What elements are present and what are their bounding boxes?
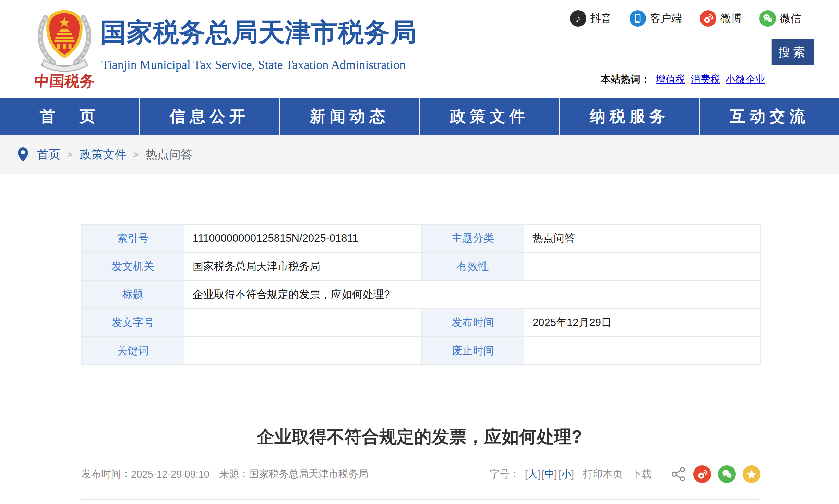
main-nav: 首 页 信息公开 新闻动态 政策文件 纳税服务 互动交流 xyxy=(0,98,839,135)
nav-item-home[interactable]: 首 页 xyxy=(0,98,140,135)
nav-item-news[interactable]: 新闻动态 xyxy=(280,98,420,135)
breadcrumb-band: 首页 > 政策文件 > 热点问答 xyxy=(0,135,839,174)
site-header: 中国税务 国家税务总局天津市税务局 Tianjin Municipal Tax … xyxy=(0,0,839,98)
document-info-table: 索引号 11100000000125815N/2025-01811 主题分类 热… xyxy=(81,224,761,365)
field-label-validity: 有效性 xyxy=(422,252,524,280)
table-row: 发文机关 国家税务总局天津市税务局 有效性 xyxy=(82,252,761,280)
nav-item-tax-services[interactable]: 纳税服务 xyxy=(560,98,700,135)
weibo-icon xyxy=(700,10,716,27)
site-title: 国家税务总局天津市税务局 xyxy=(100,15,417,50)
field-value-issuing-agency: 国家税务总局天津市税务局 xyxy=(184,252,422,280)
bracket: ] xyxy=(554,469,557,480)
share-icon[interactable] xyxy=(671,466,686,482)
article-meta-right: 字号： [大] [中] [小] 打印本页 下载 xyxy=(490,465,760,483)
fontsize-label: 字号： xyxy=(490,467,519,481)
social-link-client[interactable]: 客户端 xyxy=(630,10,682,27)
source-value: 国家税务总局天津市税务局 xyxy=(249,467,368,481)
article-title: 企业取得不符合规定的发票，应如何处理? xyxy=(0,425,839,449)
nav-item-policy-documents[interactable]: 政策文件 xyxy=(420,98,560,135)
publish-time-label: 发布时间： xyxy=(81,467,131,481)
search-input[interactable] xyxy=(566,39,772,65)
share-icons-row xyxy=(671,465,760,483)
breadcrumb-current: 热点问答 xyxy=(146,147,192,163)
field-label-index-number: 索引号 xyxy=(82,224,184,252)
nav-item-interaction[interactable]: 互动交流 xyxy=(700,98,839,135)
hotword-link-vat[interactable]: 增值税 xyxy=(656,73,685,86)
table-row: 关键词 废止时间 xyxy=(82,337,761,365)
field-value-index-number: 11100000000125815N/2025-01811 xyxy=(184,224,422,252)
china-tax-emblem-logo xyxy=(34,6,95,73)
social-label: 微信 xyxy=(780,11,801,26)
douyin-icon: ♪ xyxy=(570,10,586,27)
search-button[interactable]: 搜索 xyxy=(772,39,814,65)
fontsize-medium-button[interactable]: [中] xyxy=(542,467,557,481)
field-label-keywords: 关键词 xyxy=(82,337,184,365)
field-value-title: 企业取得不符合规定的发票，应如何处理? xyxy=(184,280,761,309)
wechat-icon xyxy=(759,10,776,27)
social-link-wechat[interactable]: 微信 xyxy=(759,10,801,27)
nav-item-info-disclosure[interactable]: 信息公开 xyxy=(140,98,280,135)
social-label: 客户端 xyxy=(650,11,682,26)
bracket: [ xyxy=(542,469,544,480)
fontsize-large-label[interactable]: 大 xyxy=(528,467,538,481)
hotword-link-consumption-tax[interactable]: 消费税 xyxy=(691,73,720,86)
fontsize-large-button[interactable]: [大] xyxy=(525,467,540,481)
bracket: ] xyxy=(571,469,574,480)
breadcrumb: 首页 > 政策文件 > 热点问答 xyxy=(18,147,192,163)
publish-time-value: 2025-12-29 09:10 xyxy=(131,469,209,480)
hotword-link-small-business[interactable]: 小微企业 xyxy=(726,73,765,86)
breadcrumb-home[interactable]: 首页 xyxy=(37,147,60,163)
share-weibo-icon[interactable] xyxy=(693,465,711,483)
social-label: 抖音 xyxy=(590,11,612,26)
field-value-document-number xyxy=(184,309,422,337)
source-label: 来源： xyxy=(219,467,249,481)
field-label-title: 标题 xyxy=(82,280,184,309)
field-value-validity xyxy=(524,252,761,280)
field-value-keywords xyxy=(184,337,422,365)
app-client-icon xyxy=(630,10,646,27)
field-value-repeal-date xyxy=(524,337,761,365)
article-meta-row: 发布时间： 2025-12-29 09:10 来源： 国家税务总局天津市税务局 … xyxy=(81,461,760,488)
field-label-issuing-agency: 发文机关 xyxy=(82,252,184,280)
breadcrumb-separator: > xyxy=(133,149,139,160)
print-page-button[interactable]: 打印本页 xyxy=(583,467,623,481)
logo-caption: 中国税务 xyxy=(27,71,102,92)
field-value-topic-category: 热点问答 xyxy=(524,224,761,252)
breadcrumb-policy-documents[interactable]: 政策文件 xyxy=(80,147,126,163)
table-row: 发文字号 发布时间 2025年12月29日 xyxy=(82,309,761,337)
social-link-douyin[interactable]: ♪ 抖音 xyxy=(570,10,612,27)
content-divider xyxy=(81,499,759,500)
bracket: [ xyxy=(525,469,528,480)
field-value-publish-date: 2025年12月29日 xyxy=(524,309,761,337)
breadcrumb-separator: > xyxy=(67,149,73,160)
hotwords-label: 本站热词： xyxy=(601,73,650,86)
table-row: 标题 企业取得不符合规定的发票，应如何处理? xyxy=(82,280,761,309)
hotwords-row: 本站热词： 增值税 消费税 小微企业 xyxy=(601,73,765,86)
social-link-weibo[interactable]: 微博 xyxy=(700,10,742,27)
download-button[interactable]: 下载 xyxy=(632,467,651,481)
social-links-row: ♪ 抖音 客户端 微博 微信 xyxy=(570,10,801,27)
field-label-repeal-date: 废止时间 xyxy=(422,337,524,365)
field-label-document-number: 发文字号 xyxy=(82,309,184,337)
bracket: ] xyxy=(538,469,540,480)
fontsize-small-label[interactable]: 小 xyxy=(561,467,571,481)
table-row: 索引号 11100000000125815N/2025-01811 主题分类 热… xyxy=(82,224,761,252)
share-qzone-icon[interactable] xyxy=(743,465,760,483)
bracket: [ xyxy=(559,469,561,480)
article-meta-left: 发布时间： 2025-12-29 09:10 来源： 国家税务总局天津市税务局 xyxy=(81,467,368,481)
location-pin-icon xyxy=(18,147,28,162)
social-label: 微博 xyxy=(720,11,742,26)
fontsize-medium-label[interactable]: 中 xyxy=(544,467,554,481)
site-subtitle: Tianjin Municipal Tax Service, State Tax… xyxy=(101,58,406,72)
site-search: 搜索 xyxy=(566,39,814,65)
fontsize-small-button[interactable]: [小] xyxy=(559,467,574,481)
share-wechat-icon[interactable] xyxy=(718,465,736,483)
field-label-publish-date: 发布时间 xyxy=(422,309,524,337)
field-label-topic-category: 主题分类 xyxy=(422,224,524,252)
